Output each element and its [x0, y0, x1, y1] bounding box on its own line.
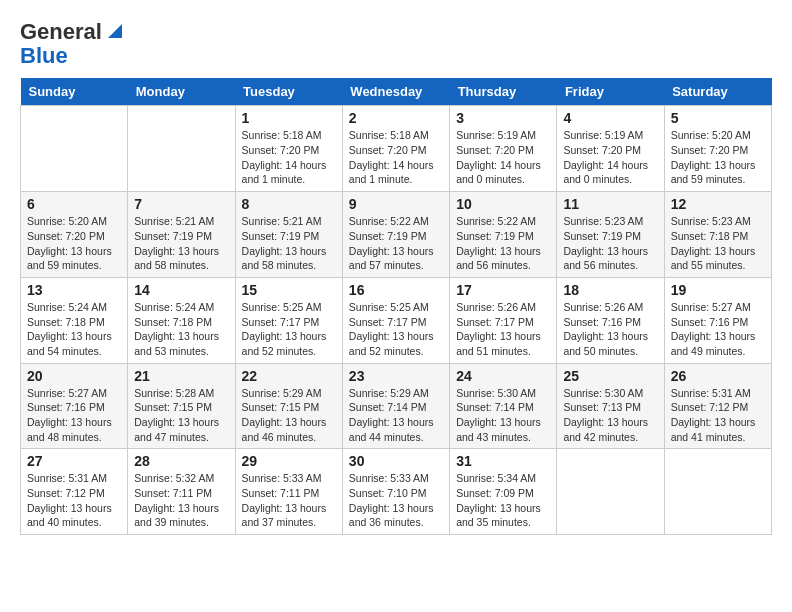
calendar-cell: 22Sunrise: 5:29 AM Sunset: 7:15 PM Dayli… [235, 363, 342, 449]
page-header: General Blue [20, 20, 772, 68]
day-number: 15 [242, 282, 336, 298]
day-number: 8 [242, 196, 336, 212]
calendar-cell: 3Sunrise: 5:19 AM Sunset: 7:20 PM Daylig… [450, 106, 557, 192]
day-number: 21 [134, 368, 228, 384]
calendar-cell: 17Sunrise: 5:26 AM Sunset: 7:17 PM Dayli… [450, 277, 557, 363]
day-info: Sunrise: 5:26 AM Sunset: 7:17 PM Dayligh… [456, 300, 550, 359]
day-info: Sunrise: 5:21 AM Sunset: 7:19 PM Dayligh… [242, 214, 336, 273]
day-number: 3 [456, 110, 550, 126]
day-info: Sunrise: 5:22 AM Sunset: 7:19 PM Dayligh… [456, 214, 550, 273]
day-number: 16 [349, 282, 443, 298]
day-info: Sunrise: 5:19 AM Sunset: 7:20 PM Dayligh… [456, 128, 550, 187]
calendar-cell: 31Sunrise: 5:34 AM Sunset: 7:09 PM Dayli… [450, 449, 557, 535]
calendar-cell [21, 106, 128, 192]
calendar-cell: 18Sunrise: 5:26 AM Sunset: 7:16 PM Dayli… [557, 277, 664, 363]
day-number: 19 [671, 282, 765, 298]
day-number: 7 [134, 196, 228, 212]
week-row-5: 27Sunrise: 5:31 AM Sunset: 7:12 PM Dayli… [21, 449, 772, 535]
calendar-cell [664, 449, 771, 535]
day-info: Sunrise: 5:27 AM Sunset: 7:16 PM Dayligh… [27, 386, 121, 445]
calendar-cell: 10Sunrise: 5:22 AM Sunset: 7:19 PM Dayli… [450, 192, 557, 278]
day-number: 30 [349, 453, 443, 469]
calendar-cell: 2Sunrise: 5:18 AM Sunset: 7:20 PM Daylig… [342, 106, 449, 192]
calendar-cell: 11Sunrise: 5:23 AM Sunset: 7:19 PM Dayli… [557, 192, 664, 278]
week-row-3: 13Sunrise: 5:24 AM Sunset: 7:18 PM Dayli… [21, 277, 772, 363]
day-info: Sunrise: 5:34 AM Sunset: 7:09 PM Dayligh… [456, 471, 550, 530]
day-number: 20 [27, 368, 121, 384]
day-number: 11 [563, 196, 657, 212]
calendar-cell: 19Sunrise: 5:27 AM Sunset: 7:16 PM Dayli… [664, 277, 771, 363]
day-info: Sunrise: 5:19 AM Sunset: 7:20 PM Dayligh… [563, 128, 657, 187]
day-info: Sunrise: 5:18 AM Sunset: 7:20 PM Dayligh… [242, 128, 336, 187]
calendar-cell: 16Sunrise: 5:25 AM Sunset: 7:17 PM Dayli… [342, 277, 449, 363]
weekday-tuesday: Tuesday [235, 78, 342, 106]
week-row-1: 1Sunrise: 5:18 AM Sunset: 7:20 PM Daylig… [21, 106, 772, 192]
day-info: Sunrise: 5:30 AM Sunset: 7:14 PM Dayligh… [456, 386, 550, 445]
day-number: 27 [27, 453, 121, 469]
calendar-cell: 13Sunrise: 5:24 AM Sunset: 7:18 PM Dayli… [21, 277, 128, 363]
day-info: Sunrise: 5:31 AM Sunset: 7:12 PM Dayligh… [27, 471, 121, 530]
day-info: Sunrise: 5:22 AM Sunset: 7:19 PM Dayligh… [349, 214, 443, 273]
calendar-cell: 27Sunrise: 5:31 AM Sunset: 7:12 PM Dayli… [21, 449, 128, 535]
day-info: Sunrise: 5:20 AM Sunset: 7:20 PM Dayligh… [27, 214, 121, 273]
day-number: 23 [349, 368, 443, 384]
logo-general: General [20, 19, 102, 44]
weekday-friday: Friday [557, 78, 664, 106]
calendar-cell: 24Sunrise: 5:30 AM Sunset: 7:14 PM Dayli… [450, 363, 557, 449]
calendar-cell: 23Sunrise: 5:29 AM Sunset: 7:14 PM Dayli… [342, 363, 449, 449]
calendar-cell: 4Sunrise: 5:19 AM Sunset: 7:20 PM Daylig… [557, 106, 664, 192]
weekday-header-row: SundayMondayTuesdayWednesdayThursdayFrid… [21, 78, 772, 106]
day-number: 24 [456, 368, 550, 384]
calendar-cell: 20Sunrise: 5:27 AM Sunset: 7:16 PM Dayli… [21, 363, 128, 449]
day-info: Sunrise: 5:31 AM Sunset: 7:12 PM Dayligh… [671, 386, 765, 445]
calendar-cell: 29Sunrise: 5:33 AM Sunset: 7:11 PM Dayli… [235, 449, 342, 535]
week-row-4: 20Sunrise: 5:27 AM Sunset: 7:16 PM Dayli… [21, 363, 772, 449]
day-number: 28 [134, 453, 228, 469]
day-number: 18 [563, 282, 657, 298]
day-info: Sunrise: 5:29 AM Sunset: 7:15 PM Dayligh… [242, 386, 336, 445]
day-number: 26 [671, 368, 765, 384]
calendar-cell: 26Sunrise: 5:31 AM Sunset: 7:12 PM Dayli… [664, 363, 771, 449]
day-number: 1 [242, 110, 336, 126]
day-info: Sunrise: 5:29 AM Sunset: 7:14 PM Dayligh… [349, 386, 443, 445]
day-info: Sunrise: 5:27 AM Sunset: 7:16 PM Dayligh… [671, 300, 765, 359]
calendar-cell [557, 449, 664, 535]
day-info: Sunrise: 5:24 AM Sunset: 7:18 PM Dayligh… [27, 300, 121, 359]
day-number: 4 [563, 110, 657, 126]
day-number: 5 [671, 110, 765, 126]
day-info: Sunrise: 5:24 AM Sunset: 7:18 PM Dayligh… [134, 300, 228, 359]
calendar-cell [128, 106, 235, 192]
calendar-table: SundayMondayTuesdayWednesdayThursdayFrid… [20, 78, 772, 535]
weekday-saturday: Saturday [664, 78, 771, 106]
calendar-cell: 6Sunrise: 5:20 AM Sunset: 7:20 PM Daylig… [21, 192, 128, 278]
day-number: 6 [27, 196, 121, 212]
weekday-thursday: Thursday [450, 78, 557, 106]
day-info: Sunrise: 5:20 AM Sunset: 7:20 PM Dayligh… [671, 128, 765, 187]
day-info: Sunrise: 5:26 AM Sunset: 7:16 PM Dayligh… [563, 300, 657, 359]
calendar-cell: 7Sunrise: 5:21 AM Sunset: 7:19 PM Daylig… [128, 192, 235, 278]
calendar-cell: 5Sunrise: 5:20 AM Sunset: 7:20 PM Daylig… [664, 106, 771, 192]
day-number: 25 [563, 368, 657, 384]
day-info: Sunrise: 5:23 AM Sunset: 7:19 PM Dayligh… [563, 214, 657, 273]
calendar-cell: 28Sunrise: 5:32 AM Sunset: 7:11 PM Dayli… [128, 449, 235, 535]
logo-blue: Blue [20, 43, 68, 68]
logo-arrow-icon [106, 22, 124, 40]
day-info: Sunrise: 5:18 AM Sunset: 7:20 PM Dayligh… [349, 128, 443, 187]
week-row-2: 6Sunrise: 5:20 AM Sunset: 7:20 PM Daylig… [21, 192, 772, 278]
day-number: 17 [456, 282, 550, 298]
day-info: Sunrise: 5:30 AM Sunset: 7:13 PM Dayligh… [563, 386, 657, 445]
day-info: Sunrise: 5:21 AM Sunset: 7:19 PM Dayligh… [134, 214, 228, 273]
day-number: 9 [349, 196, 443, 212]
day-number: 29 [242, 453, 336, 469]
day-info: Sunrise: 5:23 AM Sunset: 7:18 PM Dayligh… [671, 214, 765, 273]
weekday-sunday: Sunday [21, 78, 128, 106]
calendar-cell: 9Sunrise: 5:22 AM Sunset: 7:19 PM Daylig… [342, 192, 449, 278]
logo: General Blue [20, 20, 124, 68]
calendar-cell: 8Sunrise: 5:21 AM Sunset: 7:19 PM Daylig… [235, 192, 342, 278]
calendar-cell: 12Sunrise: 5:23 AM Sunset: 7:18 PM Dayli… [664, 192, 771, 278]
day-info: Sunrise: 5:25 AM Sunset: 7:17 PM Dayligh… [242, 300, 336, 359]
day-info: Sunrise: 5:28 AM Sunset: 7:15 PM Dayligh… [134, 386, 228, 445]
svg-marker-0 [108, 24, 122, 38]
weekday-wednesday: Wednesday [342, 78, 449, 106]
day-number: 31 [456, 453, 550, 469]
